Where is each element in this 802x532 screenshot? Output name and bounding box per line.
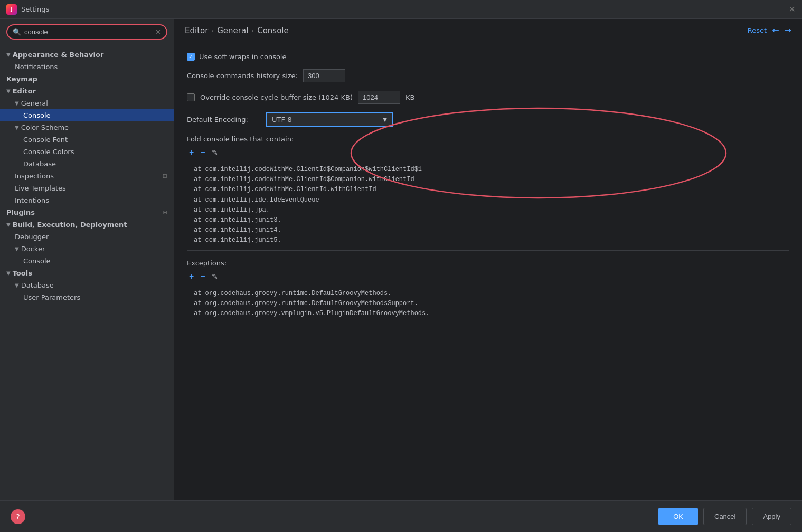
help-button[interactable]: ? bbox=[11, 509, 25, 524]
sidebar-item-docker-console[interactable]: Console bbox=[0, 255, 174, 267]
sidebar-item-tools[interactable]: ▼ Tools bbox=[0, 267, 174, 279]
exceptions-toolbar: + − ✎ bbox=[187, 271, 789, 282]
sidebar-label-database: Database bbox=[23, 160, 56, 168]
nav-forward-button[interactable]: → bbox=[785, 25, 791, 35]
soft-wraps-checkbox[interactable]: ✓ bbox=[187, 53, 195, 61]
exceptions-add-button[interactable]: + bbox=[187, 271, 196, 282]
search-box: 🔍 ✕ bbox=[6, 24, 167, 40]
apply-button[interactable]: Apply bbox=[752, 508, 791, 525]
arrow-icon-build: ▼ bbox=[6, 222, 11, 227]
footer-buttons: OK Cancel Apply bbox=[658, 508, 791, 525]
sidebar-label-color-scheme: Color Scheme bbox=[21, 124, 69, 131]
fold-toolbar: + − ✎ bbox=[187, 147, 789, 158]
sidebar-item-plugins[interactable]: Plugins ⊞ bbox=[0, 206, 174, 218]
sidebar-item-editor[interactable]: ▼ Editor bbox=[0, 85, 174, 97]
plugins-add-icon[interactable]: ⊞ bbox=[163, 209, 167, 216]
sidebar-label-general: General bbox=[21, 99, 48, 107]
encoding-dropdown-arrow: ▼ bbox=[383, 117, 387, 122]
sidebar-item-live-templates[interactable]: Live Templates bbox=[0, 182, 174, 194]
sidebar-item-console[interactable]: Console bbox=[0, 109, 174, 121]
arrow-icon-tools: ▼ bbox=[6, 270, 11, 276]
sidebar-item-docker[interactable]: ▼ Docker bbox=[0, 243, 174, 255]
sidebar-label-database-tools: Database bbox=[21, 281, 54, 289]
main-layout: 🔍 ✕ ▼ Appearance & Behavior Notification… bbox=[0, 19, 802, 500]
override-value-input[interactable] bbox=[358, 91, 400, 104]
sidebar-nav: ▼ Appearance & Behavior Notifications Ke… bbox=[0, 45, 174, 500]
encoding-label: Default Encoding: bbox=[187, 116, 261, 124]
search-icon: 🔍 bbox=[13, 28, 21, 36]
sidebar-label-intentions: Intentions bbox=[15, 196, 49, 204]
fold-edit-button[interactable]: ✎ bbox=[210, 148, 220, 157]
exceptions-item-3: at org.codehaus.groovy.vmplugin.v5.Plugi… bbox=[194, 309, 782, 319]
content-body-wrapper: ✓ Use soft wraps in console Console comm… bbox=[174, 42, 802, 500]
sidebar: 🔍 ✕ ▼ Appearance & Behavior Notification… bbox=[0, 19, 174, 500]
sidebar-item-database[interactable]: Database bbox=[0, 158, 174, 170]
arrow-icon-editor: ▼ bbox=[6, 88, 11, 94]
encoding-value: UTF-8 bbox=[272, 116, 292, 124]
arrow-icon-general: ▼ bbox=[15, 100, 19, 106]
header-controls: Reset ← → bbox=[748, 25, 791, 35]
sidebar-label-plugins: Plugins bbox=[6, 208, 35, 216]
fold-add-button[interactable]: + bbox=[187, 147, 196, 158]
exceptions-edit-button[interactable]: ✎ bbox=[210, 272, 220, 281]
fold-list-wrapper: at com.intellij.codeWithMe.ClientId$Comp… bbox=[187, 160, 789, 251]
checkbox-check-icon: ✓ bbox=[188, 54, 193, 60]
search-clear-icon[interactable]: ✕ bbox=[155, 28, 161, 36]
sidebar-item-console-font[interactable]: Console Font bbox=[0, 134, 174, 146]
sidebar-label-build: Build, Execution, Deployment bbox=[13, 221, 127, 229]
sidebar-item-inspections[interactable]: Inspections ⊞ bbox=[0, 170, 174, 182]
search-input[interactable] bbox=[24, 28, 152, 36]
sidebar-label-docker-console: Console bbox=[23, 257, 51, 265]
footer: ? OK Cancel Apply bbox=[0, 500, 802, 532]
fold-list: at com.intellij.codeWithMe.ClientId$Comp… bbox=[187, 160, 789, 251]
fold-item-2: at com.intellij.codeWithMe.ClientId$Comp… bbox=[194, 175, 782, 185]
sidebar-item-intentions[interactable]: Intentions bbox=[0, 194, 174, 206]
breadcrumb-console: Console bbox=[257, 26, 289, 35]
fold-item-7: at com.intellij.junit4. bbox=[194, 225, 782, 235]
sidebar-item-color-scheme[interactable]: ▼ Color Scheme bbox=[0, 121, 174, 134]
fold-minus-button[interactable]: − bbox=[198, 147, 207, 158]
sidebar-item-user-parameters[interactable]: User Parameters bbox=[0, 291, 174, 303]
fold-label: Fold console lines that contain: bbox=[187, 135, 789, 143]
sidebar-item-keymap[interactable]: Keymap bbox=[0, 73, 174, 85]
content-area: Editor › General › Console Reset ← → ✓ bbox=[174, 19, 802, 500]
breadcrumb-arrow-2: › bbox=[251, 27, 254, 34]
sidebar-item-general[interactable]: ▼ General bbox=[0, 97, 174, 109]
sidebar-item-build-execution[interactable]: ▼ Build, Execution, Deployment bbox=[0, 218, 174, 231]
content-header: Editor › General › Console Reset ← → bbox=[174, 19, 802, 42]
fold-item-8: at com.intellij.junit5. bbox=[194, 235, 782, 245]
sidebar-item-database-tools[interactable]: ▼ Database bbox=[0, 279, 174, 291]
sidebar-item-appearance-behavior[interactable]: ▼ Appearance & Behavior bbox=[0, 49, 174, 61]
soft-wraps-row: ✓ Use soft wraps in console bbox=[187, 53, 789, 61]
exceptions-item-1: at org.codehaus.groovy.runtime.DefaultGr… bbox=[194, 289, 782, 299]
override-unit-label: KB bbox=[405, 93, 414, 101]
cancel-button[interactable]: Cancel bbox=[703, 508, 747, 525]
close-button[interactable]: ✕ bbox=[789, 4, 796, 14]
exceptions-list: at org.codehaus.groovy.runtime.DefaultGr… bbox=[187, 284, 789, 347]
nav-back-button[interactable]: ← bbox=[772, 25, 779, 35]
sidebar-item-console-colors[interactable]: Console Colors bbox=[0, 146, 174, 158]
content-body: ✓ Use soft wraps in console Console comm… bbox=[174, 42, 802, 500]
encoding-select[interactable]: UTF-8 ▼ bbox=[266, 112, 393, 127]
sidebar-label-inspections: Inspections bbox=[15, 172, 54, 180]
inspections-add-icon[interactable]: ⊞ bbox=[163, 173, 167, 179]
exceptions-label: Exceptions: bbox=[187, 259, 789, 267]
soft-wraps-label: Use soft wraps in console bbox=[199, 53, 286, 61]
title-bar-left: J Settings bbox=[6, 4, 49, 15]
override-checkbox[interactable] bbox=[187, 93, 195, 101]
arrow-icon-docker: ▼ bbox=[15, 246, 19, 252]
fold-item-4: at com.intellij.ide.IdeEventQueue bbox=[194, 195, 782, 205]
ok-button[interactable]: OK bbox=[658, 508, 698, 525]
sidebar-item-notifications[interactable]: Notifications bbox=[0, 61, 174, 73]
sidebar-item-debugger[interactable]: Debugger bbox=[0, 231, 174, 243]
reset-button[interactable]: Reset bbox=[748, 26, 767, 34]
exceptions-minus-button[interactable]: − bbox=[198, 271, 207, 282]
history-size-label: Console commands history size: bbox=[187, 72, 298, 80]
sidebar-label-editor: Editor bbox=[13, 87, 36, 95]
breadcrumb: Editor › General › Console bbox=[185, 26, 289, 35]
sidebar-label-notifications: Notifications bbox=[15, 63, 58, 71]
history-size-input[interactable] bbox=[303, 69, 345, 82]
fold-item-3: at com.intellij.codeWithMe.ClientId.with… bbox=[194, 185, 782, 195]
sidebar-label-user-parameters: User Parameters bbox=[23, 293, 80, 301]
sidebar-label-console-font: Console Font bbox=[23, 136, 68, 144]
